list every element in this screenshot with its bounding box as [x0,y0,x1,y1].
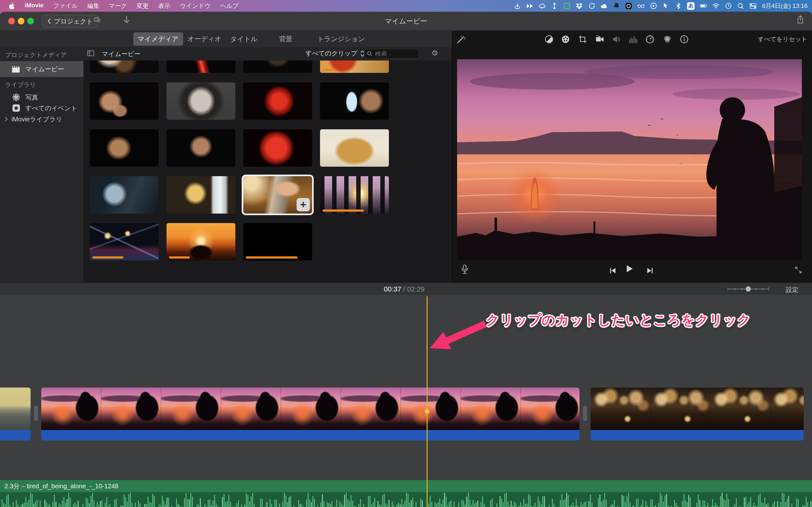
info-icon[interactable] [680,35,689,45]
clip-thumbnail[interactable] [320,129,389,167]
battery-icon[interactable] [700,3,707,9]
fullscreen-icon[interactable] [795,267,802,274]
clip-thumbnail[interactable] [320,82,389,120]
sidebar-item-label: マイムービー [26,65,64,73]
color-correction-icon[interactable] [561,35,570,45]
screen-record-icon[interactable] [625,3,632,9]
clip-thumbnail[interactable] [243,129,312,167]
menu-item[interactable]: 表示 [158,2,170,10]
clapperboard-icon [11,65,20,73]
search-input[interactable] [374,50,414,58]
next-frame-icon[interactable] [647,267,653,274]
time-machine-icon[interactable] [725,3,732,9]
timeline[interactable]: クリップのカットしたいところをクリック 2.3分 – tired_of_bein… [0,295,812,507]
disclosure-icon[interactable] [4,117,8,122]
clip-thumbnail[interactable] [90,129,159,167]
clip-thumbnail[interactable]: + [243,176,312,214]
timeline-zoom-slider[interactable] [727,286,769,292]
add-to-timeline-button[interactable]: + [297,198,310,211]
clip-thumbnail[interactable] [166,129,235,167]
zoom-slider-thumb[interactable] [746,286,751,292]
clip-thumbnail[interactable] [166,176,235,214]
clip-settings-icon[interactable] [432,49,438,56]
wifi-icon[interactable] [712,3,719,9]
share-icon[interactable] [797,16,804,23]
viewer-video[interactable] [457,59,802,260]
menu-item[interactable]: 編集 [87,2,99,10]
dropbox-icon[interactable] [576,3,583,9]
clip-filter-label: すべてのクリップ [305,49,357,58]
media-browser: マイメディアオーディオタイトル背景トランジション プロジェクトメディア マイムー… [0,31,452,283]
clip-thumbnail[interactable] [166,223,235,261]
sidebar-item-my-movie[interactable]: マイムービー [0,61,84,77]
clip-thumbnail[interactable] [90,82,159,120]
clip-thumbnail[interactable] [90,176,159,214]
playhead[interactable] [426,296,427,507]
ime-input-icon[interactable]: あ [687,2,695,10]
clip-thumbnail[interactable] [90,223,159,261]
download-tray-icon[interactable] [514,3,521,9]
pointer-options-icon[interactable] [662,3,669,9]
menu-item[interactable]: iMovie [25,2,44,10]
clip-thumbnail[interactable] [243,223,312,261]
menu-item[interactable]: マーク [109,2,127,10]
clip-thumbnail[interactable] [243,60,312,73]
clip-thumbnail[interactable] [166,60,235,73]
sidebar-item-imovie-library[interactable]: iMovieライブラリ [0,113,84,125]
voiceover-mic-icon[interactable] [461,266,468,273]
previous-frame-icon[interactable] [609,267,616,274]
menu-item[interactable]: ファイル [53,2,78,10]
clip-thumbnail[interactable] [243,82,312,120]
clip-thumbnail[interactable] [320,176,389,214]
reset-all-button[interactable]: すべてをリセット [758,35,807,43]
enhance-wand-icon[interactable] [456,35,466,46]
bluetooth-icon[interactable] [675,3,681,9]
apple-menu-icon[interactable] [8,3,15,9]
time-separator: / [401,285,407,293]
stabilization-camera-icon[interactable] [595,35,604,45]
cloud-check-icon[interactable] [539,3,546,9]
tab-マイメディア[interactable]: マイメディア [133,32,183,46]
control-center-icon[interactable] [750,3,757,9]
tab-背景[interactable]: 背景 [275,32,297,46]
noise-eq-icon[interactable] [629,35,638,45]
tab-オーディオ[interactable]: オーディオ [183,32,226,46]
sync-arrows-icon[interactable] [588,3,595,9]
tab-タイトル[interactable]: タイトル [226,32,262,46]
menu-item[interactable]: ウインドウ [180,2,211,10]
glasses-icon[interactable] [638,3,645,9]
used-range-bar [322,69,335,71]
tab-トランジション[interactable]: トランジション [313,32,369,46]
menu-item[interactable]: ヘルプ [220,2,239,10]
total-time: 02:29 [407,285,424,293]
used-range-bar [169,257,190,259]
search-field[interactable] [364,49,419,59]
clip-filter-icon[interactable] [663,35,672,45]
clip-thumbnail[interactable] [166,82,235,120]
menu-items: iMovieファイル編集マーク変更表示ウインドウヘルプ [25,2,239,10]
volume-icon[interactable] [612,35,621,45]
timeline-settings-button[interactable]: 設定 [786,285,798,294]
browser-tabs: マイメディアオーディオタイトル背景トランジション [0,31,452,48]
clip-thumbnail[interactable] [320,60,389,73]
play-icon[interactable] [626,265,633,272]
sidebar-toggle-icon[interactable] [87,50,94,57]
bell-icon[interactable] [613,3,620,9]
color-balance-icon[interactable] [545,35,554,45]
flow-chevrons-icon[interactable] [526,3,533,9]
used-range-bar [322,210,364,212]
sidebar-item-photos[interactable]: 写真 [0,92,84,103]
speed-icon[interactable] [646,35,654,45]
used-range-bar [92,257,123,259]
play-circle-icon[interactable] [650,3,657,9]
updown-arrows-icon[interactable] [551,3,558,9]
menu-clock[interactable]: 6月4日(金) 13:16 [762,2,808,10]
sidebar-item-all-events[interactable]: すべてのイベント [0,102,84,114]
clip-filter-popup[interactable]: すべてのクリップ [305,49,365,58]
cloud-icon[interactable] [600,3,607,9]
clip-thumbnail[interactable] [90,60,159,73]
spotlight-icon[interactable] [737,3,744,9]
green-display-icon[interactable] [563,3,570,9]
menu-item[interactable]: 変更 [137,2,149,10]
crop-icon[interactable] [578,35,587,45]
